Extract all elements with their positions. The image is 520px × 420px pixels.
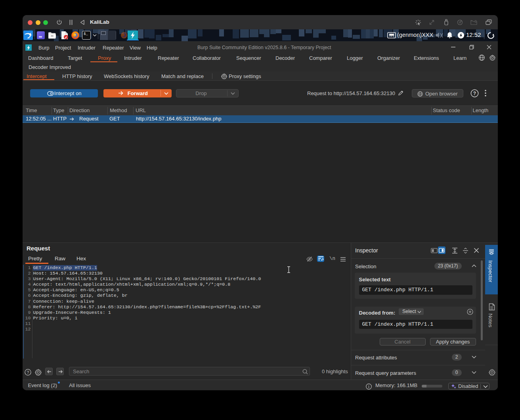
svg-text:?: ? <box>473 91 476 96</box>
svg-text:?: ? <box>27 370 29 374</box>
